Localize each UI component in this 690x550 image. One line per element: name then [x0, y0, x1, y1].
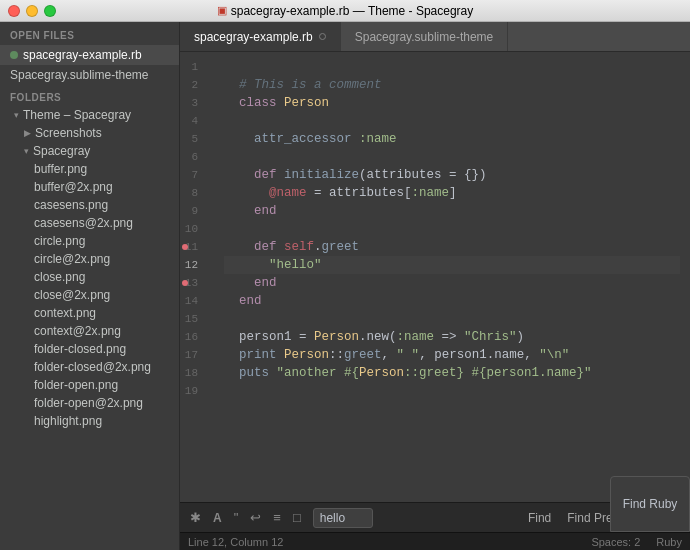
file-highlight[interactable]: highlight.png: [0, 412, 179, 430]
tab-ruby[interactable]: spacegray-example.rb: [180, 22, 341, 51]
window-controls: [8, 5, 56, 17]
file-context2x[interactable]: context@2x.png: [0, 322, 179, 340]
ln-15: 15: [180, 310, 206, 328]
code-line-1: [224, 58, 680, 76]
code-content: # This is a comment class Person attr_ac…: [214, 52, 690, 502]
ln-16: 16: [180, 328, 206, 346]
code-line-4: [224, 112, 680, 130]
ln-5: 5: [180, 130, 206, 148]
close-button[interactable]: [8, 5, 20, 17]
minimize-button[interactable]: [26, 5, 38, 17]
find-ruby-panel[interactable]: Find Ruby: [610, 476, 690, 532]
file-folder-open[interactable]: folder-open.png: [0, 376, 179, 394]
code-line-10: [224, 220, 680, 238]
file-name: circle.png: [34, 234, 85, 248]
titlebar: ▣ spacegray-example.rb — Theme - Spacegr…: [0, 0, 690, 22]
code-line-8: @name = attributes[:name]: [224, 184, 680, 202]
folder-spacegray-name: Spacegray: [33, 144, 90, 158]
code-editor[interactable]: 1 2 3 4 5 6 7 8 9 10 11 12 13 14 15 16 1: [180, 52, 690, 502]
wrap-icon[interactable]: ↩: [248, 508, 263, 527]
language-indicator: Ruby: [656, 536, 682, 548]
content-area: spacegray-example.rb Spacegray.sublime-t…: [180, 22, 690, 550]
quotes-icon[interactable]: ": [232, 508, 241, 527]
folder-screenshots-name: Screenshots: [35, 126, 102, 140]
code-line-7: def initialize(attributes = {}): [224, 166, 680, 184]
collapse-icon: ▶: [24, 128, 31, 138]
find-ruby-label: Find Ruby: [623, 497, 678, 511]
file-folder-closed2x[interactable]: folder-closed@2x.png: [0, 358, 179, 376]
code-line-2: # This is a comment: [224, 76, 680, 94]
file-name: casesens@2x.png: [34, 216, 133, 230]
file-name: folder-open@2x.png: [34, 396, 143, 410]
folder-spacegray[interactable]: ▾ Spacegray: [0, 142, 179, 160]
file-name: highlight.png: [34, 414, 102, 428]
tab-theme[interactable]: Spacegray.sublime-theme: [341, 22, 509, 51]
ln-12: 12: [180, 256, 206, 274]
file-name: folder-closed@2x.png: [34, 360, 151, 374]
ln-4: 4: [180, 112, 206, 130]
file-folder-open2x[interactable]: folder-open@2x.png: [0, 394, 179, 412]
ln-7: 7: [180, 166, 206, 184]
code-line-5: attr_accessor :name: [224, 130, 680, 148]
folders-label: FOLDERS: [0, 89, 179, 106]
tab-ruby-modified: [319, 33, 326, 40]
code-line-14: end: [224, 292, 680, 310]
code-line-3: class Person: [224, 94, 680, 112]
ln-8: 8: [180, 184, 206, 202]
sidebar-file-theme[interactable]: Spacegray.sublime-theme: [0, 65, 179, 85]
file-name: close@2x.png: [34, 288, 110, 302]
folder-root-name: Theme – Spacegray: [23, 108, 131, 122]
file-circle[interactable]: circle.png: [0, 232, 179, 250]
file-name: folder-closed.png: [34, 342, 126, 356]
file-name: context@2x.png: [34, 324, 121, 338]
file-close[interactable]: close.png: [0, 268, 179, 286]
folder-screenshots[interactable]: ▶ Screenshots: [0, 124, 179, 142]
ln-1: 1: [180, 58, 206, 76]
ln-3: 3: [180, 94, 206, 112]
file-circle2x[interactable]: circle@2x.png: [0, 250, 179, 268]
search-input-wrapper[interactable]: hello: [313, 508, 373, 528]
sidebar-file-ruby[interactable]: spacegray-example.rb: [0, 45, 179, 65]
line-numbers: 1 2 3 4 5 6 7 8 9 10 11 12 13 14 15 16 1: [180, 52, 214, 502]
code-line-19: [224, 382, 680, 400]
file-buffer[interactable]: buffer.png: [0, 160, 179, 178]
file-name: circle@2x.png: [34, 252, 110, 266]
file-close2x[interactable]: close@2x.png: [0, 286, 179, 304]
box-icon[interactable]: □: [291, 508, 303, 527]
code-line-15: [224, 310, 680, 328]
content-wrapper: spacegray-example.rb Spacegray.sublime-t…: [180, 22, 690, 550]
folder-root[interactable]: ▾ Theme – Spacegray: [0, 106, 179, 124]
file-casesens[interactable]: casesens.png: [0, 196, 179, 214]
ln-13: 13: [180, 274, 206, 292]
file-buffer2x[interactable]: buffer@2x.png: [0, 178, 179, 196]
expand-icon-2: ▾: [24, 146, 29, 156]
ln-17: 17: [180, 346, 206, 364]
file-name: buffer@2x.png: [34, 180, 113, 194]
main-layout: OPEN FILES spacegray-example.rb Spacegra…: [0, 22, 690, 550]
sidebar-file-ruby-name: spacegray-example.rb: [23, 48, 142, 62]
ln-19: 19: [180, 382, 206, 400]
file-context[interactable]: context.png: [0, 304, 179, 322]
file-name: folder-open.png: [34, 378, 118, 392]
open-files-label: OPEN FILES: [0, 22, 179, 45]
file-casesens2x[interactable]: casesens@2x.png: [0, 214, 179, 232]
asterisk-icon[interactable]: ✱: [188, 508, 203, 527]
toolbar-icons: ✱ A " ↩ ≡ □: [188, 508, 303, 527]
sidebar-file-theme-name: Spacegray.sublime-theme: [10, 68, 149, 82]
ln-6: 6: [180, 148, 206, 166]
titlebar-title: spacegray-example.rb — Theme - Spacegray: [231, 4, 474, 18]
ln-11: 11: [180, 238, 206, 256]
active-dot: [10, 51, 18, 59]
status-right: Spaces: 2 Ruby: [591, 536, 682, 548]
ln-14: 14: [180, 292, 206, 310]
code-line-18: puts "another #{Person::greet} #{person1…: [224, 364, 680, 382]
file-name: context.png: [34, 306, 96, 320]
file-folder-closed[interactable]: folder-closed.png: [0, 340, 179, 358]
case-icon[interactable]: A: [211, 509, 224, 527]
maximize-button[interactable]: [44, 5, 56, 17]
menu-icon[interactable]: ≡: [271, 508, 283, 527]
find-button[interactable]: Find: [520, 509, 559, 527]
file-name: casesens.png: [34, 198, 108, 212]
cursor-position: Line 12, Column 12: [188, 536, 283, 548]
search-value: hello: [320, 511, 345, 525]
